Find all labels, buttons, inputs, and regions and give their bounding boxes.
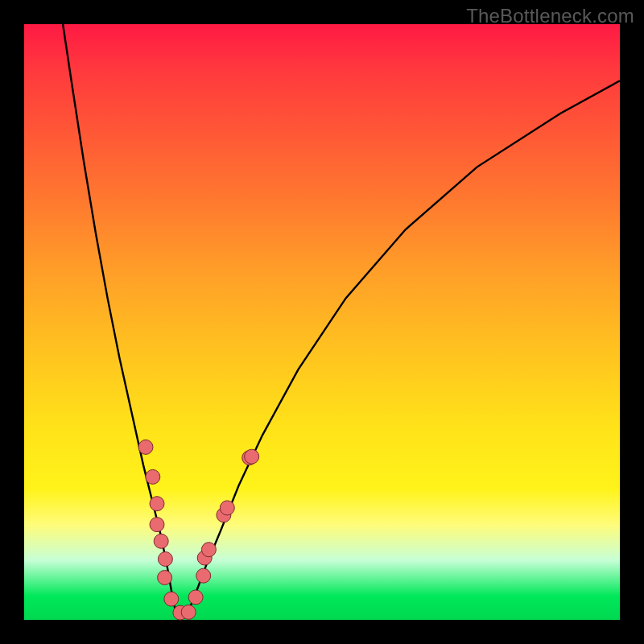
data-marker bbox=[164, 592, 179, 606]
data-marker bbox=[201, 543, 216, 557]
data-marker bbox=[220, 501, 234, 515]
data-marker bbox=[138, 440, 153, 454]
data-marker bbox=[158, 571, 172, 585]
data-marker bbox=[150, 518, 164, 532]
data-marker bbox=[188, 590, 203, 605]
data-marker bbox=[181, 605, 196, 619]
data-marker bbox=[196, 568, 211, 583]
data-marker bbox=[245, 449, 259, 464]
data-marker bbox=[150, 497, 164, 511]
data-marker bbox=[158, 552, 172, 567]
data-marker bbox=[154, 534, 168, 548]
bottleneck-curve bbox=[63, 24, 620, 614]
chart-frame: TheBottleneck.com bbox=[0, 0, 644, 644]
data-marker bbox=[146, 469, 160, 484]
chart-svg bbox=[0, 0, 644, 644]
